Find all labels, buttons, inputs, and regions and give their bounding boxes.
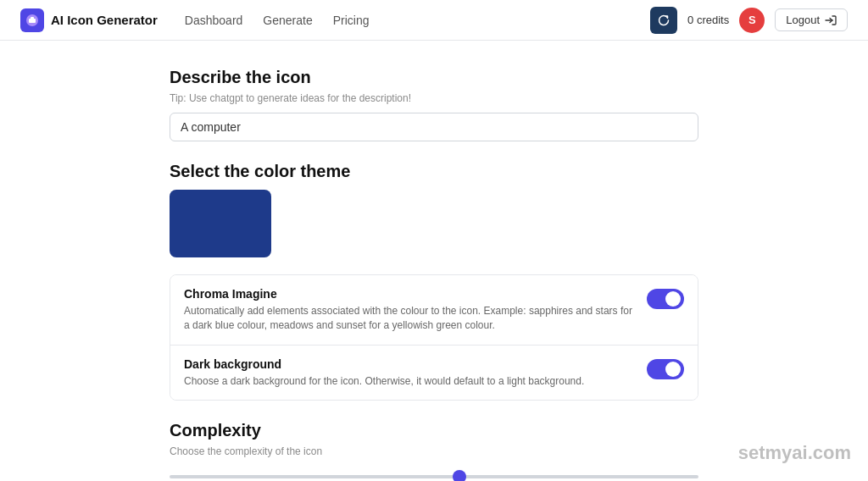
complexity-slider[interactable] [170,475,698,478]
options-section: Chroma Imagine Automatically add element… [170,274,698,401]
describe-input[interactable] [170,113,698,141]
brand-icon [20,8,44,32]
dark-background-desc: Choose a dark background for the icon. O… [184,374,584,389]
chroma-imagine-slider [647,289,684,309]
complexity-section: Complexity Choose the complexity of the … [170,421,698,481]
nav-pricing[interactable]: Pricing [333,14,370,27]
describe-title: Describe the icon [170,68,698,87]
refresh-icon [657,14,670,27]
logout-icon [825,14,837,26]
dark-background-row: Dark background Choose a dark background… [170,345,698,401]
logout-label: Logout [786,14,820,26]
refresh-button[interactable] [650,7,677,34]
avatar: S [739,8,765,33]
chroma-imagine-label: Chroma Imagine [184,287,633,301]
chroma-imagine-toggle[interactable] [647,289,684,309]
dark-background-toggle[interactable] [647,359,684,379]
logout-button[interactable]: Logout [775,8,848,31]
nav-left: AI Icon Generator Dashboard Generate Pri… [20,8,370,32]
nav-generate[interactable]: Generate [263,14,312,27]
complexity-desc: Choose the complexity of the icon [170,445,698,457]
navbar: AI Icon Generator Dashboard Generate Pri… [0,0,868,41]
main-content: Describe the icon Tip: Use chatgpt to ge… [0,41,868,481]
dark-background-slider [647,359,684,379]
brand: AI Icon Generator [20,8,158,32]
describe-tip: Tip: Use chatgpt to generate ideas for t… [170,92,698,104]
brand-name: AI Icon Generator [51,13,158,27]
chroma-imagine-desc: Automatically add elements associated wi… [184,304,633,333]
chroma-imagine-row: Chroma Imagine Automatically add element… [170,275,698,345]
color-swatch[interactable] [170,190,271,257]
dark-background-text: Dark background Choose a dark background… [184,357,584,389]
dark-background-label: Dark background [184,357,584,371]
nav-dashboard[interactable]: Dashboard [185,14,243,27]
nav-links: Dashboard Generate Pricing [185,14,370,27]
describe-section: Describe the icon Tip: Use chatgpt to ge… [170,68,698,141]
complexity-slider-container: Minimalistic Complex [170,467,698,481]
svg-rect-2 [31,17,34,19]
nav-right: 0 credits S Logout [650,7,848,34]
color-theme-title: Select the color theme [170,162,698,181]
credits-display: 0 credits [687,14,729,26]
color-theme-section: Select the color theme [170,162,698,257]
chroma-imagine-text: Chroma Imagine Automatically add element… [184,287,633,333]
complexity-title: Complexity [170,421,698,440]
